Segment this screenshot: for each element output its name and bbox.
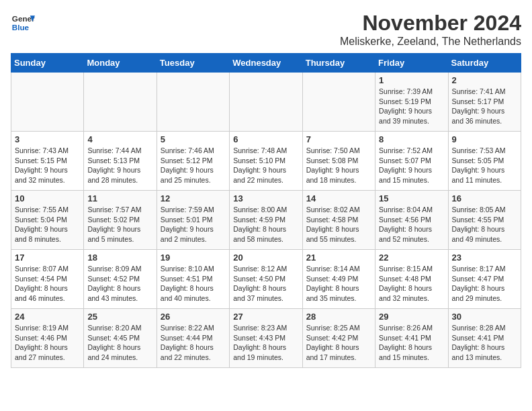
calendar-cell bbox=[11, 73, 84, 132]
day-header-friday: Friday bbox=[375, 54, 448, 73]
day-header-thursday: Thursday bbox=[302, 54, 375, 73]
day-info: Sunrise: 8:25 AM Sunset: 4:42 PM Dayligh… bbox=[306, 323, 371, 363]
day-info: Sunrise: 7:55 AM Sunset: 5:04 PM Dayligh… bbox=[15, 205, 80, 244]
calendar-cell: 25Sunrise: 8:20 AM Sunset: 4:45 PM Dayli… bbox=[84, 309, 157, 368]
day-info: Sunrise: 7:43 AM Sunset: 5:15 PM Dayligh… bbox=[15, 146, 80, 185]
calendar-cell: 21Sunrise: 8:14 AM Sunset: 4:49 PM Dayli… bbox=[302, 250, 375, 309]
calendar-cell: 3Sunrise: 7:43 AM Sunset: 5:15 PM Daylig… bbox=[11, 132, 84, 191]
day-number: 26 bbox=[161, 312, 226, 322]
day-number: 3 bbox=[15, 134, 80, 144]
day-number: 27 bbox=[233, 312, 298, 322]
calendar-cell: 11Sunrise: 7:57 AM Sunset: 5:02 PM Dayli… bbox=[84, 191, 157, 250]
day-number: 17 bbox=[15, 253, 80, 263]
calendar-cell: 20Sunrise: 8:12 AM Sunset: 4:50 PM Dayli… bbox=[230, 250, 302, 309]
header: General Blue November 2024 Meliskerke, Z… bbox=[11, 11, 521, 48]
day-info: Sunrise: 8:09 AM Sunset: 4:52 PM Dayligh… bbox=[87, 264, 152, 304]
calendar-header-row: SundayMondayTuesdayWednesdayThursdayFrid… bbox=[11, 54, 521, 73]
day-number: 1 bbox=[379, 75, 444, 85]
day-header-tuesday: Tuesday bbox=[157, 54, 229, 73]
day-info: Sunrise: 7:46 AM Sunset: 5:12 PM Dayligh… bbox=[161, 146, 226, 185]
calendar-cell: 24Sunrise: 8:19 AM Sunset: 4:46 PM Dayli… bbox=[11, 309, 84, 368]
calendar-cell: 26Sunrise: 8:22 AM Sunset: 4:44 PM Dayli… bbox=[157, 309, 229, 368]
calendar-cell: 9Sunrise: 7:53 AM Sunset: 5:05 PM Daylig… bbox=[448, 132, 521, 191]
day-number: 9 bbox=[452, 134, 517, 144]
day-info: Sunrise: 8:23 AM Sunset: 4:43 PM Dayligh… bbox=[233, 323, 298, 363]
calendar-cell: 8Sunrise: 7:52 AM Sunset: 5:07 PM Daylig… bbox=[375, 132, 448, 191]
day-info: Sunrise: 7:50 AM Sunset: 5:08 PM Dayligh… bbox=[306, 146, 371, 185]
day-info: Sunrise: 8:04 AM Sunset: 4:56 PM Dayligh… bbox=[379, 205, 444, 244]
calendar-cell: 12Sunrise: 7:59 AM Sunset: 5:01 PM Dayli… bbox=[157, 191, 229, 250]
calendar-cell: 27Sunrise: 8:23 AM Sunset: 4:43 PM Dayli… bbox=[230, 309, 302, 368]
day-number: 2 bbox=[452, 75, 517, 85]
day-info: Sunrise: 8:17 AM Sunset: 4:47 PM Dayligh… bbox=[452, 264, 517, 304]
day-header-monday: Monday bbox=[84, 54, 157, 73]
day-info: Sunrise: 8:00 AM Sunset: 4:59 PM Dayligh… bbox=[233, 205, 298, 244]
day-number: 4 bbox=[87, 134, 152, 144]
day-info: Sunrise: 7:57 AM Sunset: 5:02 PM Dayligh… bbox=[87, 205, 152, 244]
calendar-cell: 15Sunrise: 8:04 AM Sunset: 4:56 PM Dayli… bbox=[375, 191, 448, 250]
calendar-table: SundayMondayTuesdayWednesdayThursdayFrid… bbox=[11, 53, 521, 368]
calendar-week-2: 3Sunrise: 7:43 AM Sunset: 5:15 PM Daylig… bbox=[11, 132, 521, 191]
calendar-cell: 29Sunrise: 8:26 AM Sunset: 4:41 PM Dayli… bbox=[375, 309, 448, 368]
day-number: 16 bbox=[452, 193, 517, 203]
day-info: Sunrise: 8:07 AM Sunset: 4:54 PM Dayligh… bbox=[15, 264, 80, 304]
day-number: 13 bbox=[233, 193, 298, 203]
day-info: Sunrise: 8:28 AM Sunset: 4:41 PM Dayligh… bbox=[452, 323, 517, 363]
day-info: Sunrise: 8:10 AM Sunset: 4:51 PM Dayligh… bbox=[161, 264, 226, 304]
day-info: Sunrise: 7:44 AM Sunset: 5:13 PM Dayligh… bbox=[87, 146, 152, 185]
calendar-cell: 19Sunrise: 8:10 AM Sunset: 4:51 PM Dayli… bbox=[157, 250, 229, 309]
day-header-sunday: Sunday bbox=[11, 54, 84, 73]
day-info: Sunrise: 8:02 AM Sunset: 4:58 PM Dayligh… bbox=[306, 205, 371, 244]
calendar-cell: 1Sunrise: 7:39 AM Sunset: 5:19 PM Daylig… bbox=[375, 73, 448, 132]
day-info: Sunrise: 8:05 AM Sunset: 4:55 PM Dayligh… bbox=[452, 205, 517, 244]
day-info: Sunrise: 8:15 AM Sunset: 4:48 PM Dayligh… bbox=[379, 264, 444, 304]
day-info: Sunrise: 8:12 AM Sunset: 4:50 PM Dayligh… bbox=[233, 264, 298, 304]
day-number: 29 bbox=[379, 312, 444, 322]
calendar-cell bbox=[157, 73, 229, 132]
day-info: Sunrise: 7:39 AM Sunset: 5:19 PM Dayligh… bbox=[379, 87, 444, 126]
calendar-cell: 22Sunrise: 8:15 AM Sunset: 4:48 PM Dayli… bbox=[375, 250, 448, 309]
day-number: 15 bbox=[379, 193, 444, 203]
calendar-cell bbox=[84, 73, 157, 132]
day-info: Sunrise: 7:48 AM Sunset: 5:10 PM Dayligh… bbox=[233, 146, 298, 185]
day-number: 8 bbox=[379, 134, 444, 144]
day-info: Sunrise: 8:22 AM Sunset: 4:44 PM Dayligh… bbox=[161, 323, 226, 363]
calendar-cell: 23Sunrise: 8:17 AM Sunset: 4:47 PM Dayli… bbox=[448, 250, 521, 309]
day-number: 28 bbox=[306, 312, 371, 322]
day-number: 14 bbox=[306, 193, 371, 203]
day-number: 25 bbox=[87, 312, 152, 322]
day-info: Sunrise: 7:53 AM Sunset: 5:05 PM Dayligh… bbox=[452, 146, 517, 185]
calendar-cell: 17Sunrise: 8:07 AM Sunset: 4:54 PM Dayli… bbox=[11, 250, 84, 309]
calendar-cell: 28Sunrise: 8:25 AM Sunset: 4:42 PM Dayli… bbox=[302, 309, 375, 368]
day-info: Sunrise: 8:14 AM Sunset: 4:49 PM Dayligh… bbox=[306, 264, 371, 304]
calendar-cell: 10Sunrise: 7:55 AM Sunset: 5:04 PM Dayli… bbox=[11, 191, 84, 250]
calendar-cell: 5Sunrise: 7:46 AM Sunset: 5:12 PM Daylig… bbox=[157, 132, 229, 191]
day-header-saturday: Saturday bbox=[448, 54, 521, 73]
day-info: Sunrise: 7:59 AM Sunset: 5:01 PM Dayligh… bbox=[161, 205, 226, 244]
day-info: Sunrise: 7:52 AM Sunset: 5:07 PM Dayligh… bbox=[379, 146, 444, 185]
calendar-week-5: 24Sunrise: 8:19 AM Sunset: 4:46 PM Dayli… bbox=[11, 309, 521, 368]
calendar-week-1: 1Sunrise: 7:39 AM Sunset: 5:19 PM Daylig… bbox=[11, 73, 521, 132]
svg-text:Blue: Blue bbox=[12, 23, 30, 32]
month-title: November 2024 bbox=[340, 11, 521, 36]
logo-icon: General Blue bbox=[11, 11, 35, 35]
calendar-body: 1Sunrise: 7:39 AM Sunset: 5:19 PM Daylig… bbox=[11, 73, 521, 368]
calendar-cell: 14Sunrise: 8:02 AM Sunset: 4:58 PM Dayli… bbox=[302, 191, 375, 250]
location-title: Meliskerke, Zeeland, The Netherlands bbox=[340, 36, 521, 48]
calendar-cell: 7Sunrise: 7:50 AM Sunset: 5:08 PM Daylig… bbox=[302, 132, 375, 191]
calendar-cell: 6Sunrise: 7:48 AM Sunset: 5:10 PM Daylig… bbox=[230, 132, 302, 191]
calendar-cell: 30Sunrise: 8:28 AM Sunset: 4:41 PM Dayli… bbox=[448, 309, 521, 368]
day-number: 11 bbox=[87, 193, 152, 203]
calendar-cell: 18Sunrise: 8:09 AM Sunset: 4:52 PM Dayli… bbox=[84, 250, 157, 309]
calendar-cell: 4Sunrise: 7:44 AM Sunset: 5:13 PM Daylig… bbox=[84, 132, 157, 191]
day-number: 20 bbox=[233, 253, 298, 263]
calendar-cell: 2Sunrise: 7:41 AM Sunset: 5:17 PM Daylig… bbox=[448, 73, 521, 132]
calendar-cell bbox=[230, 73, 302, 132]
day-number: 5 bbox=[161, 134, 226, 144]
day-info: Sunrise: 7:41 AM Sunset: 5:17 PM Dayligh… bbox=[452, 87, 517, 126]
day-info: Sunrise: 8:19 AM Sunset: 4:46 PM Dayligh… bbox=[15, 323, 80, 363]
calendar-cell: 13Sunrise: 8:00 AM Sunset: 4:59 PM Dayli… bbox=[230, 191, 302, 250]
calendar-cell: 16Sunrise: 8:05 AM Sunset: 4:55 PM Dayli… bbox=[448, 191, 521, 250]
day-info: Sunrise: 8:26 AM Sunset: 4:41 PM Dayligh… bbox=[379, 323, 444, 363]
day-number: 6 bbox=[233, 134, 298, 144]
